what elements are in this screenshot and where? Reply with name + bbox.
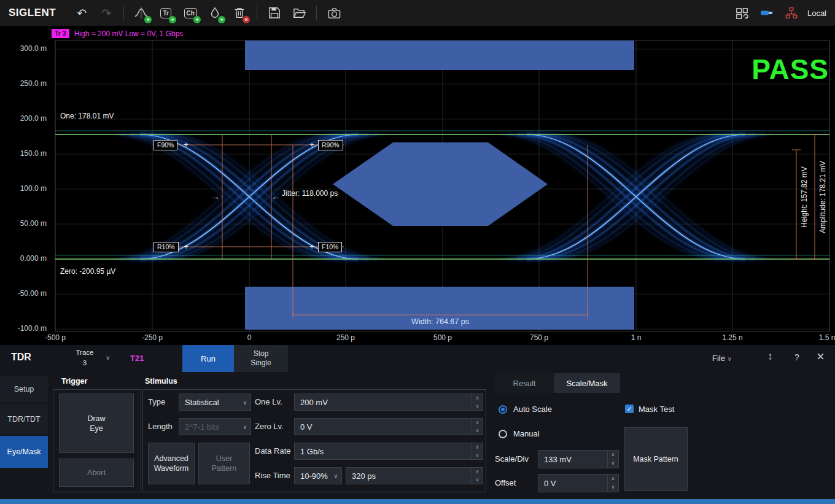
abort-button[interactable]: Abort <box>59 459 134 487</box>
jitter-label: Jitter: 118.000 ps <box>282 189 338 198</box>
redo-icon[interactable]: ↷ <box>97 4 115 22</box>
chevron-down-icon: ∨ <box>728 355 732 362</box>
zero-level-label: Zero: -200.95 µV <box>60 267 115 276</box>
spin-down-icon[interactable]: ∨ <box>608 459 618 468</box>
panel-resize-icon[interactable]: ↕ <box>767 351 773 363</box>
usb-device-icon[interactable] <box>758 4 776 22</box>
r10-marker-box: R10% <box>153 242 179 252</box>
add-channel-icon[interactable]: Ch + <box>181 4 200 22</box>
spin-down-icon[interactable]: ∨ <box>472 476 483 484</box>
trace-selector-label: Trace <box>66 347 103 358</box>
scale-div-spinner[interactable]: 133 mV ∧∨ <box>538 450 619 468</box>
plus-badge: + <box>193 16 201 23</box>
offset-label: Offset <box>495 478 516 487</box>
manual-scale-radio[interactable] <box>499 430 507 438</box>
spin-down-icon[interactable]: ∨ <box>608 483 618 492</box>
single-label: Single <box>251 359 271 368</box>
r10-crosshair: + <box>184 242 188 251</box>
spin-down-icon[interactable]: ∨ <box>472 451 483 459</box>
screenshot-camera-icon[interactable] <box>325 4 343 22</box>
open-file-icon[interactable] <box>290 4 308 22</box>
spin-down-icon[interactable]: ∨ <box>472 402 483 410</box>
delete-trace-icon[interactable]: × <box>230 4 249 22</box>
zero-level-field-label: Zero Lv. <box>255 418 284 435</box>
mask-pattern-button[interactable]: Mask Pattern <box>624 427 688 491</box>
length-label: Length <box>148 418 173 435</box>
stimulus-group-title: Stimulus <box>145 377 177 386</box>
pattern-label: Pattern <box>212 463 236 473</box>
spin-up-icon[interactable]: ∧ <box>472 419 483 427</box>
height-measure-label: Height: 157.82 mV <box>800 166 809 227</box>
plus-badge: + <box>169 16 176 23</box>
draw-eye-label-2: Eye <box>90 424 103 433</box>
f90-crosshair: + <box>184 140 188 149</box>
mask-test-checkbox[interactable]: ✓ <box>625 405 634 413</box>
auto-scale-radio[interactable] <box>499 405 507 414</box>
eye-diagram-area: Width: 764.67 ps Height: 157.82 mV Ampli… <box>0 26 835 345</box>
rise-time-range-dropdown[interactable]: 10-90% ∨ <box>294 467 342 484</box>
offset-value: 0 V <box>538 479 607 488</box>
chevron-down-icon: ∨ <box>239 399 251 406</box>
data-rate-label: Data Rate <box>255 443 291 460</box>
stop-label: Stop <box>254 349 269 359</box>
toolbar: SIGLENT ↶ ↷ + Tr + Ch + + × <box>0 0 835 26</box>
f10-marker-box: F10% <box>318 242 342 252</box>
rise-time-value: 320 ps <box>346 471 472 481</box>
type-dropdown[interactable]: Statistical ∨ <box>179 394 251 411</box>
one-level-spinner[interactable]: 200 mV ∧∨ <box>294 394 483 411</box>
file-menu-label: File <box>712 354 725 363</box>
run-button[interactable]: Run <box>182 345 234 372</box>
spin-up-icon[interactable]: ∧ <box>472 443 483 451</box>
type-value: Statistical <box>179 398 239 407</box>
zero-level-value: 0 V <box>295 422 472 432</box>
sidebar-item-tdr-tdt[interactable]: TDR/TDT <box>0 404 48 435</box>
auto-scale-label: Auto Scale <box>513 405 552 414</box>
close-panel-icon[interactable]: × <box>817 349 825 365</box>
load-waveform-icon[interactable]: + <box>206 4 224 22</box>
user-pattern-button[interactable]: User Pattern <box>198 443 250 484</box>
spin-up-icon[interactable]: ∧ <box>608 475 618 483</box>
add-trace-icon[interactable]: Tr + <box>157 4 175 22</box>
chevron-down-icon: ∨ <box>106 354 110 361</box>
spin-up-icon[interactable]: ∧ <box>472 468 483 476</box>
advanced-waveform-button[interactable]: Advanced Waveform <box>148 443 195 484</box>
length-value: 2^7-1 bits <box>179 422 239 432</box>
f90-marker-box: F90% <box>153 140 177 150</box>
chevron-down-icon: ∨ <box>239 424 251 430</box>
help-button[interactable]: ? <box>794 352 799 362</box>
sidebar-item-setup[interactable]: Setup <box>0 376 48 403</box>
siglent-analyzer-app: SIGLENT ↶ ↷ + Tr + Ch + + × <box>0 0 835 504</box>
spin-up-icon[interactable]: ∧ <box>608 451 618 459</box>
file-menu-button[interactable]: File ∨ <box>712 354 732 363</box>
x-tick-label: 500 p <box>421 333 464 342</box>
zero-level-spinner[interactable]: 0 V ∧∨ <box>294 418 483 435</box>
trace-selector[interactable]: Trace 3 <box>66 347 103 368</box>
trace-selector-value: 3 <box>66 358 103 368</box>
sidebar-item-eye-mask[interactable]: Eye/Mask <box>0 436 48 468</box>
taskbar-strip <box>0 499 835 504</box>
save-icon[interactable] <box>265 4 284 22</box>
lan-network-icon[interactable] <box>782 4 801 22</box>
draw-eye-button[interactable]: Draw Eye <box>59 394 134 453</box>
connection-mode-label[interactable]: Local <box>807 9 826 18</box>
y-tick-label: 150.0 m <box>0 149 47 158</box>
plus-badge: + <box>144 16 152 23</box>
trace-badge[interactable]: Tr 3 <box>52 29 69 38</box>
add-math-trace-icon[interactable]: + <box>132 4 150 22</box>
spin-down-icon[interactable]: ∨ <box>472 427 483 435</box>
undo-icon[interactable]: ↶ <box>72 4 91 22</box>
trace-header: Tr 3 High = 200 mV Low = 0V, 1 Gbps <box>52 28 183 39</box>
r90-marker-box: R90% <box>318 140 343 150</box>
stop-single-button[interactable]: Stop Single <box>234 345 288 372</box>
rise-time-spinner[interactable]: 320 ps ∧∨ <box>346 467 483 484</box>
data-rate-spinner[interactable]: 1 Gb/s ∧∨ <box>294 443 483 460</box>
offset-spinner[interactable]: 0 V ∧∨ <box>538 474 619 492</box>
tab-result[interactable]: Result <box>495 373 554 393</box>
length-dropdown[interactable]: 2^7-1 bits ∨ <box>179 418 251 435</box>
display-config-icon[interactable] <box>733 4 752 22</box>
trigger-group: Draw Eye Abort <box>53 389 141 492</box>
spin-up-icon[interactable]: ∧ <box>472 394 483 402</box>
x-tick-label: 250 p <box>324 333 367 342</box>
tab-scale-mask[interactable]: Scale/Mask <box>554 373 620 393</box>
x-tick-label: 750 p <box>518 333 561 342</box>
